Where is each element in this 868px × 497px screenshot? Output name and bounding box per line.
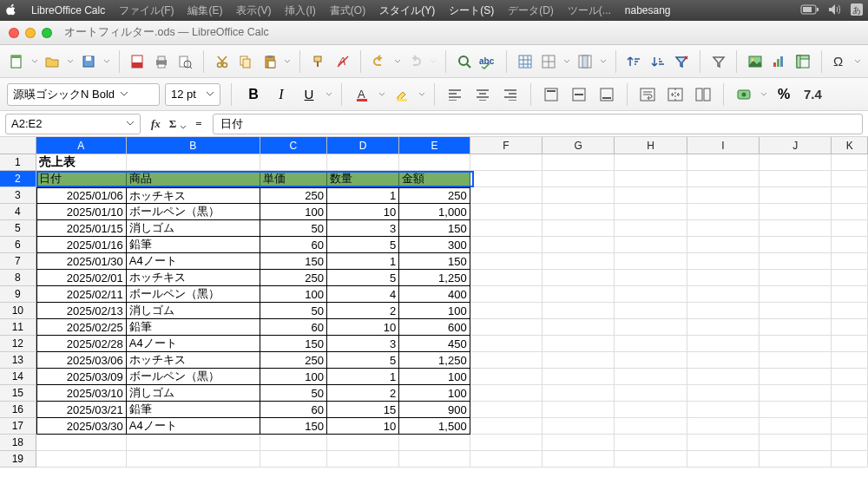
cell[interactable] <box>760 253 832 270</box>
cell[interactable]: 150 <box>399 253 470 270</box>
cell[interactable]: 250 <box>260 270 327 286</box>
cell[interactable]: 100 <box>260 369 327 385</box>
menu-user[interactable]: nabesang <box>620 3 676 18</box>
cell[interactable] <box>36 451 127 468</box>
formula-input[interactable]: 日付 <box>213 114 863 134</box>
cell[interactable] <box>542 451 615 468</box>
cell[interactable] <box>470 369 542 385</box>
cell[interactable] <box>470 154 542 171</box>
cell[interactable] <box>760 319 832 336</box>
cell[interactable] <box>615 352 687 369</box>
export-pdf-button[interactable] <box>128 50 147 73</box>
cell[interactable] <box>760 418 832 435</box>
filter-button[interactable] <box>709 50 728 73</box>
row-header[interactable]: 6 <box>0 237 36 253</box>
cell[interactable] <box>687 237 760 253</box>
window-zoom[interactable] <box>42 28 52 38</box>
underline-dropdown[interactable] <box>326 83 332 106</box>
cell[interactable] <box>760 402 832 418</box>
redo-button[interactable] <box>406 50 425 73</box>
cell[interactable] <box>832 154 868 171</box>
align-right-button[interactable] <box>499 83 522 106</box>
cell[interactable]: A4ノート <box>127 336 260 352</box>
col-header-A[interactable]: A <box>36 137 127 154</box>
cell[interactable] <box>832 352 868 369</box>
cell[interactable] <box>542 435 615 451</box>
cell[interactable] <box>760 171 832 187</box>
name-box[interactable]: A2:E2 <box>5 114 141 134</box>
cell[interactable]: 15 <box>327 402 399 418</box>
cell[interactable] <box>760 336 832 352</box>
cell[interactable] <box>687 270 760 286</box>
cell[interactable] <box>832 270 868 286</box>
cell[interactable] <box>687 369 760 385</box>
cell[interactable] <box>327 154 399 171</box>
cell[interactable] <box>542 369 615 385</box>
cell[interactable] <box>36 435 127 451</box>
cell[interactable]: 2025/02/13 <box>36 303 127 319</box>
cell[interactable] <box>542 303 615 319</box>
cell[interactable] <box>832 187 868 204</box>
cell[interactable]: 鉛筆 <box>127 237 260 253</box>
menu-sheet[interactable]: シート(S) <box>444 2 499 20</box>
cell[interactable] <box>832 204 868 220</box>
unmerge-cells-button[interactable] <box>692 83 714 106</box>
cell[interactable] <box>542 319 615 336</box>
cell[interactable]: 消しゴム <box>127 385 260 402</box>
cell[interactable] <box>615 369 687 385</box>
cell[interactable] <box>760 369 832 385</box>
insert-chart-button[interactable] <box>770 50 789 73</box>
cell[interactable] <box>832 319 868 336</box>
cell[interactable] <box>470 270 542 286</box>
cell[interactable]: ボールペン（黒） <box>127 369 260 385</box>
col-header-F[interactable]: F <box>470 137 542 154</box>
cell[interactable]: 1 <box>327 187 399 204</box>
cell[interactable] <box>470 435 542 451</box>
cell[interactable] <box>542 204 615 220</box>
row-header[interactable]: 4 <box>0 204 36 220</box>
menu-insert[interactable]: 挿入(I) <box>279 2 320 20</box>
print-button[interactable] <box>152 50 171 73</box>
cell[interactable] <box>687 336 760 352</box>
cell[interactable]: ホッチキス <box>127 352 260 369</box>
font-color-button[interactable]: A <box>351 83 373 106</box>
cell[interactable] <box>260 451 327 468</box>
cell[interactable] <box>832 418 868 435</box>
cell[interactable] <box>760 385 832 402</box>
cell[interactable]: 250 <box>260 352 327 369</box>
cell[interactable] <box>687 352 760 369</box>
cell[interactable]: 60 <box>260 402 327 418</box>
cell[interactable]: 2025/01/15 <box>36 220 127 237</box>
valign-bottom-button[interactable] <box>595 83 618 106</box>
cell[interactable] <box>615 154 687 171</box>
cell[interactable]: 消しゴム <box>127 303 260 319</box>
cell[interactable] <box>615 187 687 204</box>
row-col-dropdown[interactable] <box>563 50 570 73</box>
bold-button[interactable]: B <box>242 83 265 106</box>
col-header-B[interactable]: B <box>127 137 260 154</box>
cell[interactable]: 1,250 <box>399 270 470 286</box>
cell[interactable]: 1,000 <box>399 204 470 220</box>
cell[interactable] <box>687 319 760 336</box>
sigma-button[interactable]: Σ <box>169 117 177 131</box>
cell[interactable] <box>260 154 327 171</box>
select-all-corner[interactable] <box>0 137 36 154</box>
cell[interactable]: 50 <box>260 220 327 237</box>
cell[interactable] <box>832 451 868 468</box>
cell[interactable] <box>760 303 832 319</box>
cell[interactable]: 日付 <box>36 171 127 187</box>
col-header-H[interactable]: H <box>615 137 687 154</box>
cell[interactable] <box>615 435 687 451</box>
window-minimize[interactable] <box>25 28 36 38</box>
cell[interactable] <box>470 171 542 187</box>
new-doc-button[interactable] <box>7 50 26 73</box>
cell[interactable]: 5 <box>327 237 399 253</box>
cell[interactable]: 2025/03/06 <box>36 352 127 369</box>
cell[interactable]: 3 <box>327 220 399 237</box>
cell[interactable] <box>615 451 687 468</box>
cell[interactable] <box>832 286 868 303</box>
menu-view[interactable]: 表示(V) <box>231 2 276 20</box>
menu-file[interactable]: ファイル(F) <box>114 2 179 20</box>
cell[interactable]: 3 <box>327 336 399 352</box>
highlight-dropdown[interactable] <box>418 83 425 106</box>
